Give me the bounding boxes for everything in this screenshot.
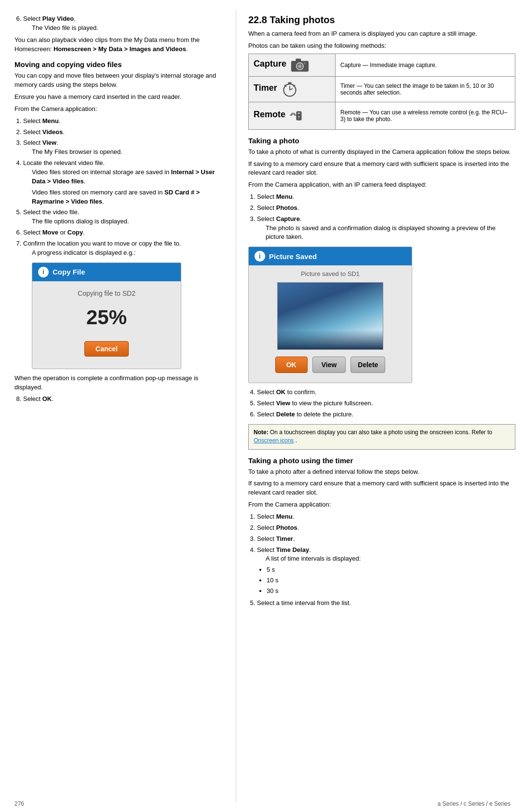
note-bold: Note: — [254, 429, 269, 436]
method-capture-row: Capture — [249, 54, 515, 76]
camera-icon — [290, 58, 310, 72]
after-progress-text: When the operation is complete a confirm… — [14, 374, 226, 392]
progress-header-title: Copy File — [53, 267, 85, 277]
step-6: Select Play Video. The Video file is pla… — [23, 14, 226, 33]
moving-heading: Moving and copying video files — [14, 60, 226, 69]
svg-rect-13 — [298, 112, 300, 113]
left-column: Select Play Video. The Video file is pla… — [0, 10, 236, 802]
note-end: . — [296, 437, 297, 444]
moving-step-7-sub: A progress indicator is displayed e.g.: — [32, 248, 226, 258]
step-8-bold: OK — [42, 395, 52, 402]
method-capture-cell: Capture — [249, 54, 336, 76]
taking-step-3: Select Capture. The photo is saved and a… — [257, 215, 515, 242]
method-capture-icon-area: Capture — [254, 58, 330, 72]
info-icon: i — [38, 267, 49, 277]
moving-step-4: Locate the relevant video file. Video fi… — [23, 159, 226, 206]
timer-icon — [281, 81, 298, 98]
moving-step-4-note1: Video files stored on internal storage a… — [32, 168, 226, 186]
picture-header-title: Picture Saved — [269, 252, 317, 261]
note-text: On a touchscreen display you can also ta… — [270, 429, 492, 436]
methods-table: Capture — [248, 54, 515, 130]
taking-para2: If saving to a memory card ensure that a… — [248, 160, 515, 178]
taking-heading: Taking a photo — [248, 137, 515, 145]
capture-label: Capture — [254, 59, 286, 69]
copy-text: Copying file to SD2 — [37, 289, 176, 298]
remote-icon — [289, 106, 309, 125]
moving-step-2: Select Videos. — [23, 128, 226, 137]
onscreen-icons-link[interactable]: Onscreen icons — [254, 437, 294, 444]
moving-para3: From the Camera application: — [14, 105, 226, 114]
playback-para: You can also playback video clips from t… — [14, 36, 226, 54]
timer-step-1: Select Menu. — [257, 512, 515, 522]
step-6-sub: The Video file is played. — [32, 24, 226, 33]
intro-para: When a camera feed from an IP camera is … — [248, 29, 515, 39]
moving-step-5: Select the video file. The file options … — [23, 208, 226, 226]
method-remote-cell: Remote — [249, 102, 336, 129]
main-content: Select Play Video. The Video file is pla… — [0, 0, 525, 812]
progress-dialog: i Copy File Copying file to SD2 25% Canc… — [32, 262, 181, 369]
timer-step-5: Select a time interval from the list. — [257, 599, 515, 608]
svg-rect-1 — [296, 58, 301, 61]
method-timer-desc: Timer — You can select the image to be t… — [336, 76, 515, 102]
after-steps-list: Select OK to confirm. Select View to vie… — [257, 388, 515, 419]
interval-30s: 30 s — [267, 587, 515, 596]
moving-step-3: Select View. The My Files browser is ope… — [23, 138, 226, 157]
moving-step-5-sub: The file options dialog is displayed. — [32, 217, 226, 226]
method-capture-desc: Capture — Immediate image capture. — [336, 54, 515, 76]
picture-info-icon: i — [255, 251, 265, 261]
cancel-button[interactable]: Cancel — [84, 341, 129, 357]
timer-steps-list: Select Menu. Select Photos. Select Timer… — [257, 512, 515, 608]
timer-step-4: Select Time Delay. A list of time interv… — [257, 546, 515, 596]
picture-preview — [277, 282, 383, 350]
page-number: 276 — [14, 800, 24, 807]
taking-step-1: Select Menu. — [257, 193, 515, 202]
moving-step-1: Select Menu. — [23, 117, 226, 126]
method-remote-icon-area: Remote — [254, 106, 330, 125]
svg-rect-9 — [288, 82, 291, 84]
methods-intro: Photos can be taken using the following … — [248, 41, 515, 51]
after-step-5: Select View to view the picture fullscre… — [257, 399, 515, 408]
after-step-6: Select Delete to delete the picture. — [257, 410, 515, 419]
method-timer-cell: Timer — [249, 76, 336, 102]
moving-step-3-sub: The My Files browser is opened. — [32, 148, 226, 157]
step-8-list: Select OK. — [23, 395, 226, 404]
step-6-bold: Play Video — [42, 15, 74, 22]
timer-label: Timer — [254, 83, 277, 93]
moving-para2: Ensure you have a memory card inserted i… — [14, 93, 226, 102]
ok-button[interactable]: OK — [275, 357, 308, 373]
view-button[interactable]: View — [312, 357, 346, 373]
interval-10s: 10 s — [267, 576, 515, 585]
taking-step-3-sub: The photo is saved and a confirmation di… — [266, 224, 515, 242]
moving-step-8: Select OK. — [23, 395, 226, 404]
progress-header: i Copy File — [32, 263, 181, 281]
page-footer: 276 a Series / c Series / e Series — [0, 800, 525, 807]
timer-intervals-list: 5 s 10 s 30 s — [267, 565, 515, 596]
series-label: a Series / c Series / e Series — [438, 800, 511, 807]
picture-saved-header: i Picture Saved — [249, 247, 412, 265]
remote-label: Remote — [254, 110, 285, 120]
svg-point-4 — [298, 65, 301, 68]
step-6-text: Select Play Video. — [23, 15, 76, 22]
svg-point-14 — [298, 116, 299, 117]
timer-para3: From the Camera application: — [248, 500, 515, 509]
moving-step-7: Confirm the location you want to move or… — [23, 239, 226, 369]
timer-step-2: Select Photos. — [257, 523, 515, 533]
method-remote-row: Remote — [249, 102, 515, 129]
progress-body: Copying file to SD2 25% Cancel — [32, 281, 181, 361]
timer-para2: If saving to a memory card ensure that a… — [248, 479, 515, 497]
svg-point-15 — [298, 118, 299, 119]
timer-para1: To take a photo after a defined interval… — [248, 468, 515, 477]
moving-step-6: Select Move or Copy. — [23, 228, 226, 237]
delete-button[interactable]: Delete — [350, 357, 385, 373]
moving-para1: You can copy and move files between your… — [14, 71, 226, 90]
taking-step-2: Select Photos. — [257, 204, 515, 213]
taking-steps-list: Select Menu. Select Photos. Select Captu… — [257, 193, 515, 242]
dialog-buttons: OK View Delete — [254, 357, 407, 378]
timer-heading: Taking a photo using the timer — [248, 456, 515, 465]
method-timer-icon-area: Timer — [254, 81, 330, 98]
chapter-title: 22.8 Taking photos — [248, 14, 515, 26]
right-column: 22.8 Taking photos When a camera feed fr… — [236, 10, 525, 802]
method-timer-row: Timer — [249, 76, 515, 102]
picture-saved-dialog: i Picture Saved Picture saved to SD1 OK … — [248, 247, 412, 383]
after-step-4: Select OK to confirm. — [257, 388, 515, 397]
